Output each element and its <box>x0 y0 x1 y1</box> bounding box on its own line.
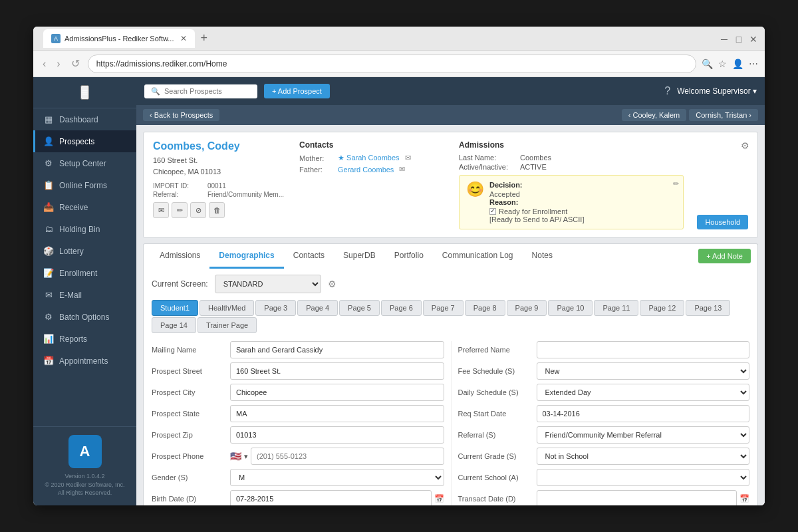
tab-communication-log[interactable]: Communication Log <box>433 244 523 269</box>
prospect-state-input[interactable] <box>230 405 444 422</box>
mother-name-link[interactable]: ★ Sarah Coombes <box>338 154 400 162</box>
sidebar-item-prospects[interactable]: 👤 Prospects <box>33 130 136 152</box>
sidebar-item-batch-options[interactable]: ⚙ Batch Options <box>33 306 136 328</box>
prev-prospect-button[interactable]: ‹ Cooley, Kalem <box>622 109 686 121</box>
sidebar-item-lottery[interactable]: 🎲 Lottery <box>33 240 136 262</box>
next-prospect-button[interactable]: Cornish, Tristan › <box>689 109 758 121</box>
screen-select[interactable]: STANDARD <box>215 275 321 293</box>
page-tab-page14[interactable]: Page 14 <box>152 317 196 333</box>
new-tab-button[interactable]: + <box>200 31 207 45</box>
page-tab-page12[interactable]: Page 12 <box>640 300 684 316</box>
browser-tab[interactable]: A AdmissionsPlus - Rediker Softw... ✕ <box>43 29 195 48</box>
form-area: Current Screen: STANDARD ⚙ Student1 Heal… <box>143 268 758 505</box>
prospect-city-input[interactable] <box>230 384 444 401</box>
email-action-btn[interactable]: ✉ <box>153 202 169 218</box>
tab-notes[interactable]: Notes <box>523 244 562 269</box>
mailing-name-input[interactable] <box>230 341 444 358</box>
father-email-icon[interactable]: ✉ <box>399 165 405 174</box>
decision-edit-icon[interactable]: ✏ <box>673 180 679 188</box>
page-tab-page4[interactable]: Page 4 <box>297 300 338 316</box>
birth-date-calendar-icon[interactable]: 📅 <box>434 494 444 503</box>
daily-schedule-select[interactable]: Extended Day <box>537 384 750 401</box>
household-button[interactable]: Household <box>697 215 748 229</box>
page-tab-trainer[interactable]: Trainer Page <box>198 317 257 333</box>
address-bar[interactable] <box>88 55 696 73</box>
req-start-date-input[interactable] <box>537 405 750 422</box>
menu-icon[interactable]: ⋯ <box>749 59 758 69</box>
mother-email-icon[interactable]: ✉ <box>405 154 411 162</box>
back-to-prospects-button[interactable]: ‹ Back to Prospects <box>143 109 219 121</box>
admissions-section: Admissions ⚙ Last Name: Coombes Active/I… <box>459 140 684 229</box>
sidebar-item-receive[interactable]: 📥 Receive <box>33 196 136 218</box>
last-name-value: Coombes <box>520 154 684 162</box>
tab-close-btn[interactable]: ✕ <box>180 34 187 43</box>
sidebar-item-enrollment[interactable]: 📝 Enrollment <box>33 262 136 284</box>
tab-admissions[interactable]: Admissions <box>150 244 209 269</box>
help-icon[interactable]: ? <box>664 85 670 97</box>
refresh-button[interactable]: ↺ <box>68 55 82 72</box>
tab-portfolio[interactable]: Portfolio <box>385 244 433 269</box>
welcome-text[interactable]: Welcome Supervisor ▾ <box>677 86 757 96</box>
phone-input[interactable] <box>251 448 444 465</box>
sidebar-item-online-forms[interactable]: 📋 Online Forms <box>33 174 136 196</box>
forward-nav-button[interactable]: › <box>54 55 63 72</box>
sidebar-item-holding-bin[interactable]: 🗂 Holding Bin <box>33 218 136 240</box>
search-toolbar-icon[interactable]: 🔍 <box>702 59 713 69</box>
transact-date-calendar-icon[interactable]: 📅 <box>739 494 749 503</box>
father-name-link[interactable]: Gerard Coombes <box>338 166 394 174</box>
print-action-btn[interactable]: ⊘ <box>190 202 206 218</box>
main-tab-bar: Admissions Demographics Contacts SuperDB… <box>143 243 758 268</box>
referral-select[interactable]: Friend/Community Member Referral <box>537 426 750 444</box>
sidebar-item-dashboard[interactable]: ▦ Dashboard <box>33 108 136 130</box>
sidebar-item-appointments[interactable]: 📅 Appointments <box>33 350 136 372</box>
page-tab-page5[interactable]: Page 5 <box>339 300 380 316</box>
prospect-zip-input[interactable] <box>230 426 444 444</box>
search-input[interactable] <box>164 87 251 95</box>
add-note-button[interactable]: + Add Note <box>698 249 751 263</box>
delete-action-btn[interactable]: 🗑 <box>209 202 225 218</box>
sidebar-item-setup-center[interactable]: ⚙ Setup Center <box>33 152 136 174</box>
page-tab-page9[interactable]: Page 9 <box>507 300 547 316</box>
page-tab-page7[interactable]: Page 7 <box>423 300 464 316</box>
gender-select[interactable]: M <box>230 469 444 486</box>
hamburger-menu-button[interactable]: ≡ <box>80 85 89 100</box>
tab-contacts[interactable]: Contacts <box>284 244 334 269</box>
page-tab-page3[interactable]: Page 3 <box>255 300 296 316</box>
sidebar-item-email[interactable]: ✉ E-Mail <box>33 284 136 306</box>
preferred-name-input[interactable] <box>537 341 750 358</box>
bookmark-icon[interactable]: ☆ <box>718 59 727 69</box>
current-grade-select[interactable]: Not in School <box>537 448 750 465</box>
add-prospect-button[interactable]: + Add Prospect <box>264 84 330 98</box>
current-school-select[interactable] <box>537 469 750 486</box>
profile-icon[interactable]: 👤 <box>732 59 743 69</box>
prospect-street-input[interactable] <box>230 362 444 380</box>
page-tab-page10[interactable]: Page 10 <box>548 300 593 316</box>
tab-demographics[interactable]: Demographics <box>209 244 283 269</box>
page-tab-health-med[interactable]: Health/Med <box>200 300 254 316</box>
prospect-phone-label: Prospect Phone <box>152 452 225 460</box>
student-info-section: Coombes, Codey 160 Street St. Chicopee, … <box>153 140 286 229</box>
transact-date-input[interactable] <box>537 490 737 505</box>
birth-date-input[interactable] <box>230 490 432 505</box>
page-tab-page8[interactable]: Page 8 <box>465 300 505 316</box>
back-nav-button[interactable]: ‹ <box>40 55 49 72</box>
page-tab-student1[interactable]: Student1 <box>152 300 198 316</box>
student-address-line1: 160 Street St. <box>153 155 286 166</box>
sidebar-item-reports[interactable]: 📊 Reports <box>33 328 136 350</box>
search-box[interactable]: 🔍 <box>144 84 257 98</box>
fee-schedule-select[interactable]: New <box>537 362 750 380</box>
tab-superdb[interactable]: SuperDB <box>334 244 385 269</box>
close-button[interactable]: ✕ <box>749 34 758 43</box>
maximize-button[interactable]: □ <box>734 34 743 43</box>
page-tab-page13[interactable]: Page 13 <box>686 300 730 316</box>
page-tab-page11[interactable]: Page 11 <box>594 300 638 316</box>
student-header-card: Coombes, Codey 160 Street St. Chicopee, … <box>143 132 758 238</box>
edit-action-btn[interactable]: ✏ <box>172 202 188 218</box>
page-tab-page6[interactable]: Page 6 <box>381 300 422 316</box>
form-gear-icon[interactable]: ⚙ <box>328 279 336 289</box>
admissions-settings-gear[interactable]: ⚙ <box>741 140 749 151</box>
minimize-button[interactable]: ─ <box>720 34 729 43</box>
sidebar-label-enrollment: Enrollment <box>59 269 97 278</box>
current-screen-row: Current Screen: STANDARD ⚙ <box>152 275 749 293</box>
form-left-section: Mailing Name Prospect Street Prospect Ci… <box>152 341 451 505</box>
